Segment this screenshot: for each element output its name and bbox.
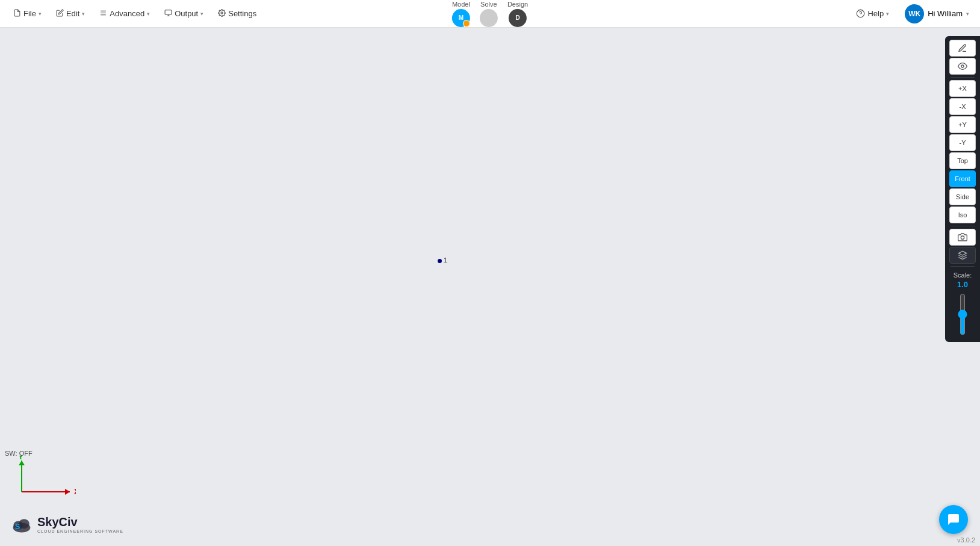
svg-point-16 [961,236,964,239]
mode-selector: Model M Solve Design D [452,1,528,27]
node-dot [438,259,442,263]
front-button[interactable]: Front [949,170,976,187]
mode-model[interactable]: Model M [452,1,470,27]
toolbar-divider-2 [951,226,975,226]
mode-solve-label: Solve [480,1,497,8]
advanced-chevron: ▾ [147,11,150,17]
advanced-label: Advanced [110,9,144,18]
user-greeting-text: Hi William [928,9,963,18]
top-button[interactable]: Top [949,152,976,169]
mode-design-circle: D [509,9,527,27]
logo-subtitle: CLOUD ENGINEERING SOFTWARE [37,529,123,533]
header-right: Help ▾ WK Hi William ▾ [851,2,973,26]
scale-value: 1.0 [957,280,968,289]
settings-icon [218,9,226,19]
svg-marker-17 [958,251,966,255]
node-label: 1 [444,256,447,264]
svg-text:Y: Y [18,456,23,461]
logo-icon: S SkyCiv CLOUD ENGINEERING SOFTWARE [10,512,123,536]
side-button[interactable]: Side [949,188,976,205]
help-label: Help [867,9,884,18]
settings-label: Settings [228,9,256,18]
user-avatar: WK [905,4,924,23]
eye-icon [958,61,967,71]
camera-icon [958,232,967,242]
logo-text: SkyCiv CLOUD ENGINEERING SOFTWARE [37,515,123,533]
output-label: Output [175,9,198,18]
mode-design-label: Design [507,1,528,8]
mode-model-circle: M [452,9,470,27]
layers-icon [958,250,967,260]
layers-button[interactable] [949,247,976,264]
version-label: v3.0.2 [957,536,975,544]
file-label: File [23,9,36,18]
mode-design[interactable]: Design D [507,1,528,27]
help-button[interactable]: Help ▾ [851,7,894,20]
toolbar-divider-1 [951,77,975,78]
user-chevron: ▾ [966,11,969,17]
svg-point-6 [221,11,223,13]
logo-name: SkyCiv [37,515,123,529]
screenshot-button[interactable] [949,229,976,246]
svg-text:X: X [74,487,76,496]
header: File ▾ Edit ▾ Advanced ▾ Output ▾ [0,0,980,28]
help-chevron: ▾ [886,11,889,17]
pencil-icon [958,43,967,53]
help-icon [856,9,865,18]
user-menu[interactable]: WK Hi William ▾ [901,2,973,26]
logo-area: S SkyCiv CLOUD ENGINEERING SOFTWARE [10,512,123,536]
menu-file[interactable]: File ▾ [7,5,48,22]
svg-text:S: S [15,522,20,531]
draw-button[interactable] [949,40,976,57]
svg-marker-10 [65,489,70,495]
minus-x-button[interactable]: -X [949,98,976,115]
output-chevron: ▾ [200,11,203,17]
right-toolbar: +X -X +Y -Y Top Front Side Iso [945,36,980,342]
svg-marker-13 [19,461,25,465]
chat-icon [946,512,961,527]
edit-chevron: ▾ [82,11,85,17]
menu-advanced[interactable]: Advanced ▾ [93,5,156,22]
edit-label: Edit [66,9,79,18]
file-icon [13,9,21,19]
canvas-area[interactable]: 1 SW: OFF X Y +X -X +Y -Y [0,28,980,546]
menu-output[interactable]: Output ▾ [158,5,209,22]
scale-slider-container [945,290,980,338]
output-icon [164,9,172,19]
file-chevron: ▾ [39,11,42,17]
skyciv-logo-icon: S [10,512,34,536]
minus-y-button[interactable]: -Y [949,134,976,151]
scale-label: Scale: [954,271,972,279]
advanced-icon [99,9,107,19]
chat-button[interactable] [939,505,968,534]
iso-button[interactable]: Iso [949,206,976,223]
toolbar-divider-3 [951,266,975,267]
axis-indicator: X Y [10,456,76,504]
view-button[interactable] [949,58,976,75]
plus-y-button[interactable]: +Y [949,116,976,133]
svg-rect-3 [165,10,172,14]
menu-edit[interactable]: Edit ▾ [50,5,91,22]
edit-icon [56,9,64,19]
menu-settings[interactable]: Settings [212,5,262,22]
scale-slider[interactable] [957,293,969,335]
svg-point-20 [19,519,29,529]
header-menu: File ▾ Edit ▾ Advanced ▾ Output ▾ [7,5,851,22]
mode-solve-circle [480,9,498,27]
svg-point-15 [961,65,964,67]
plus-x-button[interactable]: +X [949,80,976,97]
mode-solve[interactable]: Solve [480,1,498,27]
mode-model-label: Model [452,1,470,8]
